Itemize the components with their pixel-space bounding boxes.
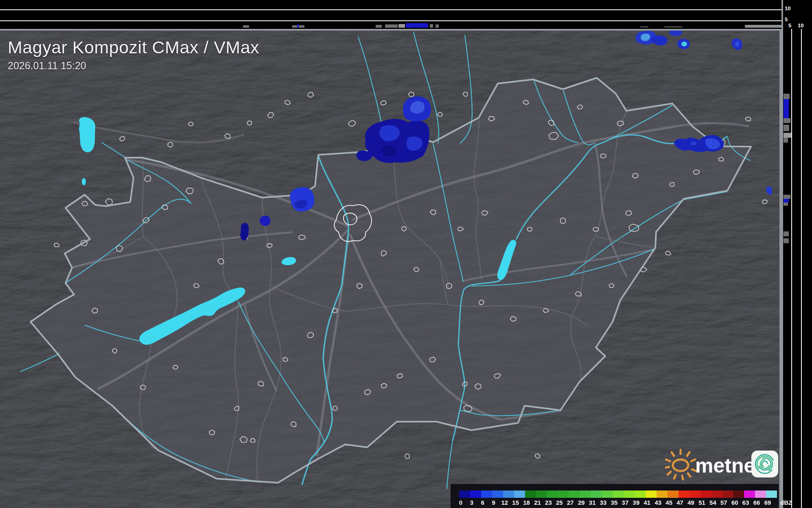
legend-tick-label: 54 <box>709 499 716 506</box>
legend-color-segment <box>580 490 591 498</box>
echo-profile-bar-top <box>299 25 304 28</box>
legend-color-segment <box>591 490 602 498</box>
echo-profile-bar-top <box>243 25 249 28</box>
legend-tick-label: 66 <box>753 499 760 506</box>
echo-profile-bar-right <box>784 118 790 123</box>
legend-color-segment <box>459 490 470 498</box>
legend-color-segment <box>646 490 657 498</box>
echo-profile-bar-top <box>664 26 682 28</box>
legend-color-segment <box>635 490 646 498</box>
legend-tick-label: 43 <box>654 499 661 506</box>
legend-color-segment <box>558 490 569 498</box>
title-block: Magyar Kompozit CMax / VMax 2026.01.11 1… <box>8 37 259 72</box>
legend-color-segment <box>536 490 547 498</box>
legend-tick-label: 12 <box>501 499 508 506</box>
legend-tick-label: 0 <box>459 499 462 506</box>
echo-profile-bar-right <box>784 238 789 243</box>
echo-profile-bar-top <box>406 23 428 28</box>
echo-profile-bar-right <box>784 94 790 99</box>
timestamp: 2026.01.11 15:20 <box>8 60 259 72</box>
map-canvas[interactable] <box>0 0 781 508</box>
lake-ferto <box>79 117 95 152</box>
echo-profile-bar-top <box>292 25 297 28</box>
height-gridline-5km <box>0 20 781 21</box>
app-icon <box>751 451 778 477</box>
legend-color-segment <box>481 490 492 498</box>
echo-profile-bar-top <box>436 24 439 28</box>
legend-color-segment <box>624 490 635 498</box>
echo-profile-bar-right <box>784 231 789 236</box>
legend-color-segment <box>678 490 689 498</box>
echo-profile-bar-top <box>640 26 648 28</box>
profile-strip-right: 10 5 5 10 <box>781 0 812 508</box>
legend-color-segment <box>722 490 733 498</box>
legend-color-segment <box>711 490 722 498</box>
legend-tick-label: 45 <box>665 499 672 506</box>
height-gridline-10km <box>0 9 781 10</box>
echo-profile-bar-right <box>784 195 790 199</box>
height-gridline-5km-vert <box>791 29 792 508</box>
legend-tick-label: 9 <box>492 499 495 506</box>
sun-icon <box>665 450 696 479</box>
legend-tick-label: 15 <box>512 499 519 506</box>
legend-tick-label: 57 <box>720 499 727 506</box>
legend-color-bar <box>459 490 777 498</box>
legend-tick-label: 31 <box>589 499 596 506</box>
legend-tick-label: 69 <box>764 499 771 506</box>
echo-profile-bar-right <box>784 202 788 206</box>
legend-color-segment <box>755 490 766 498</box>
legend-tick-label: 47 <box>676 499 683 506</box>
legend-color-segment <box>668 490 678 498</box>
axis-label-right-5km: 5 <box>788 23 791 28</box>
echo-profile-bar-top <box>376 25 382 28</box>
legend-tick-label: 18 <box>523 499 530 506</box>
legend-color-segment <box>547 490 558 498</box>
legend-tick-label: 41 <box>643 499 650 506</box>
echo-profile-bar-right <box>784 133 791 138</box>
legend-tick-label: 35 <box>611 499 618 506</box>
profile-strip-top <box>0 0 781 29</box>
echo-profile-bar-right <box>784 99 789 118</box>
legend-tick-label: 29 <box>578 499 585 506</box>
radar-composite-viewer: 10 5 5 10 Magyar Kompozit CMax / VMax 20… <box>0 0 812 508</box>
legend-color-segment <box>503 490 514 498</box>
legend-color-segment <box>569 490 580 498</box>
legend-color-segment <box>689 490 700 498</box>
branding-logo: metnet <box>665 446 783 481</box>
legend-tick-label: 21 <box>534 499 541 506</box>
axis-label-right-10km: 10 <box>798 23 803 28</box>
legend-tick-label: 37 <box>622 499 629 506</box>
page-title: Magyar Kompozit CMax / VMax <box>8 37 259 57</box>
echo-profile-bar-top <box>398 24 405 28</box>
legend-color-segment <box>470 490 481 498</box>
legend-color-segment <box>657 490 668 498</box>
axis-label-top-5km: 5 <box>785 17 788 22</box>
echo-profile-bar-top <box>385 24 398 28</box>
reflectivity-legend: 0369121518212325272931333537394143454749… <box>451 484 779 508</box>
legend-tick-label: 51 <box>698 499 705 506</box>
axis-label-top-10km: 10 <box>785 6 790 11</box>
echo-profile-bar-top <box>745 25 781 28</box>
echo-profile-bar-right <box>784 199 789 202</box>
legend-color-segment <box>525 490 536 498</box>
legend-tick-label: 33 <box>600 499 607 506</box>
echo-profile-bar-right <box>784 138 788 143</box>
echo-profile-bar-right <box>784 125 789 131</box>
legend-color-segment <box>766 490 777 498</box>
legend-tick-label: 3 <box>470 499 473 506</box>
echo-profile-bar-top <box>430 24 433 28</box>
legend-tick-label: 60 <box>731 499 738 506</box>
legend-color-segment <box>602 490 613 498</box>
legend-tick-label: 23 <box>545 499 552 506</box>
legend-tick-label: 25 <box>556 499 563 506</box>
legend-tick-label: 49 <box>687 499 694 506</box>
legend-color-segment <box>733 490 744 498</box>
legend-color-segment <box>613 490 624 498</box>
legend-color-segment <box>700 490 711 498</box>
legend-tick-label: 27 <box>567 499 574 506</box>
legend-color-segment <box>492 490 503 498</box>
height-gridline-10km-vert <box>801 29 802 508</box>
legend-tick-label: 6 <box>481 499 484 506</box>
legend-unit-label: dBZ <box>780 499 792 506</box>
legend-color-segment <box>744 490 755 498</box>
